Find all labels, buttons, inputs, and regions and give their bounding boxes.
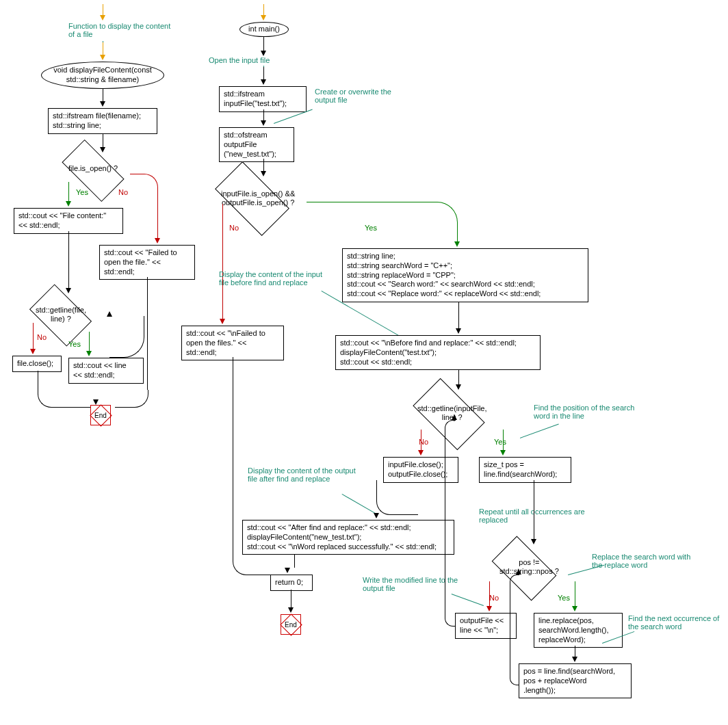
arrow-r-5 [458,369,459,386]
annot-write-line [452,594,484,606]
annot-create: Create or overwrite the output file [315,88,404,104]
right-b10: line.replace(pos, searchWord.length(), r… [534,613,623,648]
arrowhead-r-7 [531,539,536,544]
arrow-left-b3end2 [115,390,148,408]
arrow-r-6 [376,480,418,515]
arrow-r-7 [534,480,534,540]
right-end: End [281,614,301,635]
loop-d3-head [516,569,521,575]
arrow-r-no1 [222,204,223,320]
left-b4: file.close(); [12,356,62,372]
arrowhead-left-3 [66,288,71,293]
arrowhead-left-yes2 [86,351,92,356]
arrow-r-1 [263,67,264,81]
arrow-left-no2 [33,323,34,350]
arrowhead-r-4 [456,328,461,334]
arrowhead-r-8 [572,657,577,662]
arrowhead-left-1 [100,101,105,107]
arrow-left-end1b [38,393,96,408]
left-b2: std::cout << "File content:" << std::end… [14,208,123,234]
arrow-left-3 [68,231,69,289]
arrowhead-r-yes3 [572,606,577,611]
arrow-r-no3 [489,581,490,607]
arrowhead-r-no2 [418,450,424,456]
arrowhead-r-end [288,607,294,613]
arrow-r-0 [263,37,264,52]
arrow-r-end [291,590,291,609]
annot-findpos: Find the position of the search word in … [534,404,636,420]
left-end: End [90,405,111,425]
arrow-r-b3ret2 [233,554,288,575]
arrow-r-b3ret [233,357,233,555]
right-b5: std::cout << "\nBefore find and replace:… [335,335,541,370]
func-decl: void displayFileContent(const std::strin… [41,62,164,89]
loop-d2-head [452,414,457,420]
left-no2: No [37,333,47,341]
annot-findnext: Find the next occurrence of the search w… [628,614,727,631]
arrowhead-r-3 [261,171,266,176]
loop-d2 [445,420,456,627]
arrow-r-no2 [421,430,421,451]
main-node: int main() [239,22,289,37]
right-b2: std::ofstream outputFile ("new_test.txt"… [219,127,294,162]
arrowhead-r-ret [285,568,290,573]
right-yes3: Yes [558,594,570,602]
annot-after-line [342,494,378,515]
arrow-left-end1 [38,371,38,395]
left-yes1: Yes [76,188,88,196]
annot-repeat: Repeat until all occurrences are replace… [479,508,595,524]
left-b1: std::ifstream file(filename); std::strin… [48,108,157,134]
arrowhead-left-no1 [155,238,160,243]
annot-replace-line [568,565,604,575]
right-b9: outputFile << line << "\n"; [455,613,517,639]
loop-d3 [510,575,519,685]
right-no1: No [229,224,239,232]
arrowhead-r-no1 [220,319,225,324]
arrow-left-e1 [103,42,103,56]
arrow-left-no1b [157,219,158,239]
loop-left [109,316,144,358]
arrowhead-left-yes1 [66,201,71,207]
annot-func: Function to display the content of a fil… [68,22,171,38]
left-b5: std::cout << line << std::endl; [68,358,144,384]
arrowhead-r-1 [261,79,266,85]
right-no3: No [489,594,499,602]
arrowhead-r-yes2 [500,450,506,456]
annot-replace: Replace the search word with the replace… [592,553,694,569]
right-b11: pos = line.find(searchWord, pos + replac… [519,663,632,698]
right-ret: return 0; [270,575,313,591]
arrow-r-yes3 [575,581,575,607]
left-no1: No [118,188,128,196]
annot-before: Display the content of the input file be… [219,270,328,287]
right-b3: std::cout << "\nFailed to open the files… [181,326,284,360]
annot-findpos-line [520,423,559,438]
right-b8: std::cout << "After find and replace:" <… [242,520,454,555]
right-yes2: Yes [494,438,506,446]
left-yes2: Yes [68,340,81,348]
entry-arrowhead-left [100,15,105,21]
annot-open: Open the input file [209,56,270,64]
arrow-r-ret1 [294,554,295,568]
left-b3: std::cout << "Failed to open the file." … [99,245,195,280]
right-b4: std::string line; std::string searchWord… [342,248,588,302]
arrowhead-left-e1 [100,55,105,60]
loop-left-head [107,311,112,317]
arrow-left-2 [103,133,103,148]
arrowhead-r-5 [456,384,461,390]
arrowhead-r-yes1 [454,241,460,247]
entry-arrowhead-right [261,15,266,21]
arrow-left-1 [103,89,103,103]
arrow-r-yes2 [503,430,504,451]
arrowhead-left-end1 [93,399,99,405]
arrow-r-yes1 [307,202,458,243]
arrow-left-no1 [130,174,158,239]
arrow-left-b3end [147,277,148,390]
arrowhead-left-2 [100,147,105,153]
right-b1: std::ifstream inputFile("test.txt"); [219,86,307,112]
arrowhead-r-2 [261,120,266,126]
arrow-r-4 [458,302,459,330]
right-b7: size_t pos = line.find(searchWord); [479,457,571,483]
arrowhead-r-6 [374,513,379,518]
annot-after: Display the content of the output file a… [248,466,357,483]
arrow-r-3 [263,159,264,172]
